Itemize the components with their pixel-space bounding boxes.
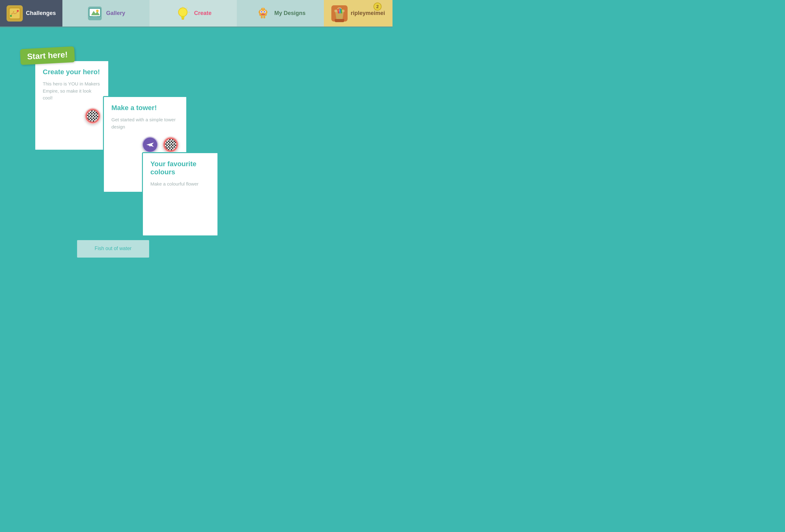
tower-card-title: Make a tower! bbox=[111, 104, 179, 112]
challenges-icon: ? bbox=[6, 5, 23, 22]
hero-card-desc: This hero is YOU in Makers Empire, so ma… bbox=[43, 80, 101, 102]
svg-rect-10 bbox=[92, 17, 97, 18]
gallery-label: Gallery bbox=[106, 10, 125, 17]
svg-line-13 bbox=[186, 8, 187, 8]
navbar: ? Challenges Gallery bbox=[0, 0, 392, 27]
profile-avatar-icon bbox=[331, 5, 348, 22]
mydesigns-label: My Designs bbox=[274, 10, 305, 17]
hero-card[interactable]: Create your hero! This hero is YOU in Ma… bbox=[34, 60, 109, 151]
svg-rect-6 bbox=[89, 8, 100, 17]
colours-card-desc: Make a colourful flower bbox=[150, 181, 210, 188]
svg-rect-27 bbox=[263, 16, 265, 19]
colours-card-title: Your favourite colours bbox=[150, 160, 210, 176]
profile-label: ripleymeimei bbox=[351, 10, 385, 17]
svg-rect-17 bbox=[182, 19, 184, 20]
tower-card-badges bbox=[111, 137, 179, 153]
notification-badge: 2 bbox=[374, 2, 382, 10]
svg-rect-16 bbox=[181, 17, 184, 19]
nav-challenges[interactable]: ? Challenges bbox=[0, 0, 62, 27]
checker-icon bbox=[87, 110, 98, 122]
svg-rect-15 bbox=[181, 16, 185, 17]
hero-card-title: Create your hero! bbox=[43, 68, 101, 76]
create-label: Create bbox=[194, 10, 211, 17]
mydesigns-icon bbox=[255, 5, 271, 22]
gallery-icon bbox=[87, 5, 103, 22]
checker-icon-2 bbox=[165, 139, 176, 150]
svg-point-29 bbox=[262, 8, 264, 9]
tower-card-desc: Get started with a simple tower design bbox=[111, 116, 179, 130]
svg-point-3 bbox=[10, 15, 12, 17]
colours-card[interactable]: Your favourite colours Make a colourful … bbox=[142, 152, 219, 236]
hero-achievement-badge[interactable] bbox=[84, 108, 101, 124]
create-icon bbox=[175, 5, 191, 22]
svg-rect-24 bbox=[259, 11, 260, 14]
tower-gallery-badge[interactable] bbox=[142, 137, 158, 153]
nav-mydesigns[interactable]: My Designs bbox=[237, 0, 324, 27]
fish-card-title: Fish out of water bbox=[95, 246, 131, 251]
svg-rect-23 bbox=[261, 14, 265, 15]
svg-point-22 bbox=[264, 11, 265, 12]
tower-achievement-badge[interactable] bbox=[162, 137, 179, 153]
nav-profile[interactable]: 2 ripleymeimei bbox=[324, 0, 392, 27]
svg-point-11 bbox=[178, 8, 187, 17]
fish-card[interactable]: Fish out of water bbox=[76, 239, 150, 258]
start-here-label: Start here! bbox=[20, 46, 75, 65]
svg-point-9 bbox=[96, 10, 99, 12]
svg-rect-26 bbox=[261, 16, 263, 19]
main-content: Start here! Create your hero! This hero … bbox=[0, 27, 392, 266]
svg-text:?: ? bbox=[13, 10, 14, 14]
svg-point-2 bbox=[17, 10, 19, 12]
challenges-label: Challenges bbox=[26, 10, 56, 17]
plane-icon bbox=[146, 141, 154, 148]
nav-create[interactable]: Create bbox=[149, 0, 236, 27]
svg-rect-25 bbox=[266, 11, 268, 14]
hero-card-badges bbox=[43, 108, 101, 124]
svg-point-20 bbox=[261, 11, 262, 12]
nav-gallery[interactable]: Gallery bbox=[62, 0, 149, 27]
